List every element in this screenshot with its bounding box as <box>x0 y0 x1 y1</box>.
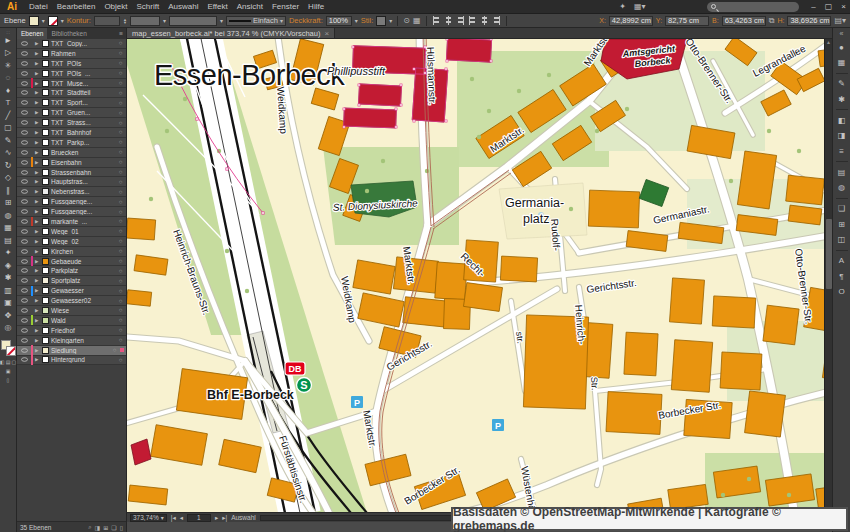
zoom-level-select[interactable]: 373,74%▾ <box>130 514 167 522</box>
target-circle-icon[interactable]: ○ <box>117 209 124 215</box>
menu-ansicht[interactable]: Ansicht <box>237 2 263 11</box>
next-artboard-icon[interactable]: ▸ <box>215 514 218 522</box>
prev-artboard-icon[interactable]: ◂ <box>180 514 183 522</box>
layer-row-friedhof[interactable]: ▶Friedhof○ <box>17 326 126 336</box>
align-panel-icon[interactable]: ⊞ <box>835 219 849 230</box>
new-layer-icon[interactable]: ❏ <box>111 524 116 531</box>
zoom-tool-icon[interactable]: ◎ <box>1 322 16 335</box>
expand-triangle-icon[interactable]: ▶ <box>35 239 40 244</box>
opacity-field[interactable]: 100% <box>326 16 352 26</box>
expand-triangle-icon[interactable]: ▶ <box>35 318 40 323</box>
visibility-eye-icon[interactable] <box>19 188 29 195</box>
minimize-button[interactable]: – <box>811 2 815 11</box>
target-circle-icon[interactable]: ○ <box>117 298 124 304</box>
opentype-panel-icon[interactable]: O <box>835 286 849 297</box>
visibility-eye-icon[interactable] <box>19 60 29 67</box>
brush-definition[interactable] <box>169 16 217 26</box>
appearance-panel-icon[interactable]: ◧ <box>835 115 849 126</box>
expand-triangle-icon[interactable]: ▶ <box>35 150 40 155</box>
graphic-styles-panel-icon[interactable]: ◨ <box>835 130 849 141</box>
layer-row-gewaesser02[interactable]: ▶Gewaesser02○ <box>17 296 126 306</box>
document-tab[interactable]: map_essen_borbeck.ai* bei 373,74 % (CMYK… <box>127 28 335 38</box>
visibility-eye-icon[interactable] <box>19 159 29 166</box>
target-circle-icon[interactable]: ○ <box>117 268 124 274</box>
draw-mode-icon[interactable]: ▣ <box>6 368 11 374</box>
target-circle-icon[interactable]: ○ <box>117 248 124 254</box>
visibility-eye-icon[interactable] <box>19 169 29 176</box>
target-circle-icon[interactable]: ○ <box>117 199 124 205</box>
layer-row-siedlung[interactable]: ▶Siedlung○ <box>17 346 126 356</box>
visibility-eye-icon[interactable] <box>19 317 29 324</box>
layer-row-bruecken[interactable]: ▶Bruecken○ <box>17 148 126 158</box>
close-button[interactable]: × <box>841 2 846 11</box>
constrain-proportions-icon[interactable]: ⧉ <box>769 16 775 26</box>
align-top-icon[interactable] <box>468 16 477 25</box>
layer-row-txt-muse-[interactable]: ▶TXT_Muse...○ <box>17 79 126 89</box>
expand-triangle-icon[interactable]: ▶ <box>35 189 40 194</box>
expand-triangle-icon[interactable]: ▶ <box>35 170 40 175</box>
symbols-panel-icon[interactable]: ✱ <box>835 94 849 105</box>
transform-panel-icon[interactable]: ▤▾ <box>834 16 846 25</box>
menu-fenster[interactable]: Fenster <box>272 2 299 11</box>
layer-row-kirchen[interactable]: ▶Kirchen○ <box>17 247 126 257</box>
stroke-color-swatch[interactable] <box>6 346 16 356</box>
expand-triangle-icon[interactable]: ▶ <box>35 110 40 115</box>
expand-triangle-icon[interactable]: ▶ <box>35 130 40 135</box>
visibility-eye-icon[interactable] <box>19 99 29 106</box>
expand-triangle-icon[interactable]: ▶ <box>35 41 40 46</box>
style-swatch[interactable] <box>376 16 386 26</box>
target-circle-icon[interactable]: ○ <box>117 159 124 165</box>
style-link[interactable]: Stil: <box>361 16 374 25</box>
expand-triangle-icon[interactable]: ▶ <box>35 179 40 184</box>
target-circle-icon[interactable]: ○ <box>117 149 124 155</box>
layer-row-gewaesser[interactable]: ▶Gewaesser○ <box>17 286 126 296</box>
gradient-panel-icon[interactable]: ▤ <box>835 167 849 178</box>
layer-row-rahmen[interactable]: ▶Rahmen○ <box>17 49 126 59</box>
expand-triangle-icon[interactable]: ▶ <box>35 348 40 353</box>
x-field[interactable]: 42,8992 cm <box>609 16 653 26</box>
expand-triangle-icon[interactable]: ▶ <box>35 199 40 204</box>
layer-row-txt-sport-[interactable]: ▶TXT_Sport...○ <box>17 98 126 108</box>
target-circle-icon[interactable]: ○ <box>117 218 124 224</box>
layer-row-wege-02[interactable]: ▶Wege_02○ <box>17 237 126 247</box>
visibility-eye-icon[interactable] <box>19 40 29 47</box>
expand-triangle-icon[interactable]: ▶ <box>35 229 40 234</box>
expand-triangle-icon[interactable]: ▶ <box>35 120 40 125</box>
artboard-number-field[interactable]: 1 <box>187 514 211 522</box>
expand-triangle-icon[interactable]: ▶ <box>35 140 40 145</box>
stroke-dropdown-icon[interactable]: ▾ <box>61 17 64 24</box>
target-circle-icon[interactable]: ○ <box>117 327 124 333</box>
none-mode-icon[interactable]: ▢ <box>11 359 16 365</box>
menu-schrift[interactable]: Schrift <box>137 2 160 11</box>
tab-ebenen[interactable]: Ebenen <box>17 28 47 39</box>
stroke-weight-stepper[interactable]: ▲▼ <box>123 18 127 24</box>
menu-hilfe[interactable]: Hilfe <box>308 2 324 11</box>
visibility-eye-icon[interactable] <box>19 267 29 274</box>
visibility-eye-icon[interactable] <box>19 327 29 334</box>
visibility-eye-icon[interactable] <box>19 129 29 136</box>
vertical-scroll-thumb[interactable] <box>826 219 832 289</box>
layer-row-parkplatz[interactable]: ▶Parkplatz○ <box>17 266 126 276</box>
layer-row-wege-01[interactable]: ▶Wege_01○ <box>17 227 126 237</box>
layer-row-txt-pois-[interactable]: ▶TXT_POIs_...○ <box>17 69 126 79</box>
menu-objekt[interactable]: Objekt <box>104 2 127 11</box>
target-circle-icon[interactable]: ○ <box>117 169 124 175</box>
stroke-panel-icon[interactable]: ≡ <box>835 146 849 157</box>
tab-bibliotheken[interactable]: Bibliotheken <box>47 28 90 39</box>
arrange-documents-icon[interactable]: ▦▾ <box>634 2 646 11</box>
rotate-tool-icon[interactable]: ↻ <box>1 159 16 172</box>
fill-dropdown-icon[interactable]: ▾ <box>42 17 45 24</box>
character-panel-icon[interactable]: A <box>835 255 849 266</box>
layer-row-nebenstras-[interactable]: ▶Nebenstras...○ <box>17 187 126 197</box>
expand-triangle-icon[interactable]: ▶ <box>35 338 40 343</box>
blend-tool-icon[interactable]: ◈ <box>1 259 16 272</box>
gradient-tool-icon[interactable]: ▤ <box>1 234 16 247</box>
mesh-tool-icon[interactable]: ▦ <box>1 222 16 235</box>
shape-builder-tool-icon[interactable]: ◍ <box>1 209 16 222</box>
layer-row-sportplatz[interactable]: ▶Sportplatz○ <box>17 276 126 286</box>
target-circle-icon[interactable]: ○ <box>117 288 124 294</box>
expand-triangle-icon[interactable]: ▶ <box>35 328 40 333</box>
visibility-eye-icon[interactable] <box>19 178 29 185</box>
expand-triangle-icon[interactable]: ▶ <box>35 268 40 273</box>
swatches-panel-icon[interactable]: ▦ <box>835 57 849 68</box>
